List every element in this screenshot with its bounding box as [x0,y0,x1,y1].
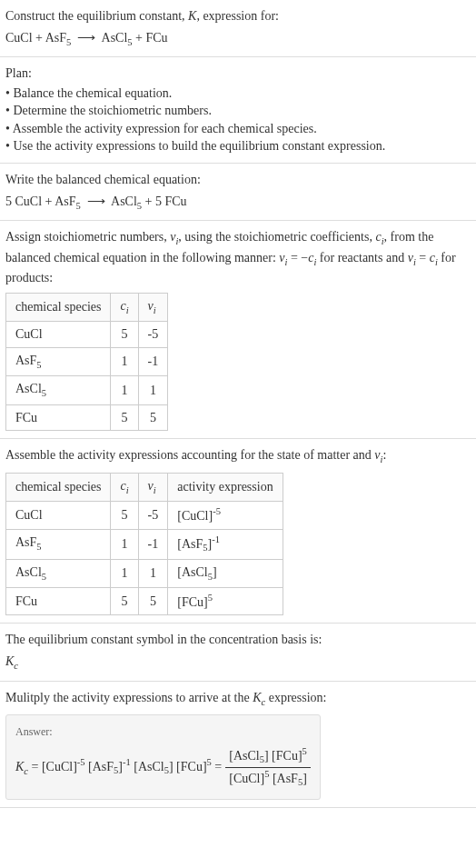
table-row: AsF5 1 -1 [AsF5]-1 [6,529,283,559]
col-species: chemical species [6,293,111,321]
prompt-equation: CuCl + AsF5 ⟶ AsCl5 + FCu [5,29,471,49]
plan-item: Assemble the activity expression for eac… [5,120,471,138]
table-row: FCu 5 5 [FCu]5 [6,588,283,615]
assign-table: chemical species ci νi CuCl 5 -5 AsF5 1 … [5,293,168,432]
symbol-value: Kc [5,653,471,673]
table-row: CuCl 5 -5 [6,322,168,348]
table-row: AsCl5 1 1 [6,376,168,404]
answer-box: Answer: Kc = [CuCl]-5 [AsF5]-1 [AsCl5] [… [5,714,321,800]
plan-item: Use the activity expressions to build th… [5,137,471,155]
prompt-line1: Construct the equilibrium constant, K, e… [5,7,471,25]
answer-equation: Kc = [CuCl]-5 [AsF5]-1 [AsCl5] [FCu]5 = … [15,745,311,790]
plan-item: Determine the stoichiometric numbers. [5,102,471,120]
assign-section: Assign stoichiometric numbers, νi, using… [0,221,476,439]
table-row: CuCl 5 -5 [CuCl]-5 [6,502,283,529]
balanced-section: Write the balanced chemical equation: 5 … [0,164,476,221]
answer-label: Answer: [15,724,311,740]
plan-list: Balance the chemical equation. Determine… [5,85,471,155]
plan-item: Balance the chemical equation. [5,85,471,103]
col-nu: νi [138,293,168,321]
col-c: ci [111,293,138,321]
plan-section: Plan: Balance the chemical equation. Det… [0,57,476,164]
table-row: AsCl5 1 1 [AsCl5] [6,559,283,587]
symbol-section: The equilibrium constant symbol in the c… [0,624,476,681]
activity-table: chemical species ci νi activity expressi… [5,473,283,616]
balanced-title: Write the balanced chemical equation: [5,171,471,189]
multiply-section: Mulitply the activity expressions to arr… [0,682,476,809]
symbol-text: The equilibrium constant symbol in the c… [5,631,471,649]
table-row: FCu 5 5 [6,404,168,431]
table-row: AsF5 1 -1 [6,347,168,375]
activity-text: Assemble the activity expressions accoun… [5,446,471,466]
prompt-section: Construct the equilibrium constant, K, e… [0,0,476,57]
table-header-row: chemical species ci νi [6,293,168,321]
table-header-row: chemical species ci νi activity expressi… [6,473,283,501]
activity-section: Assemble the activity expressions accoun… [0,439,476,624]
plan-title: Plan: [5,65,471,83]
multiply-text: Mulitply the activity expressions to arr… [5,689,471,709]
balanced-equation: 5 CuCl + AsF5 ⟶ AsCl5 + 5 FCu [5,193,471,213]
assign-text: Assign stoichiometric numbers, νi, using… [5,228,471,287]
